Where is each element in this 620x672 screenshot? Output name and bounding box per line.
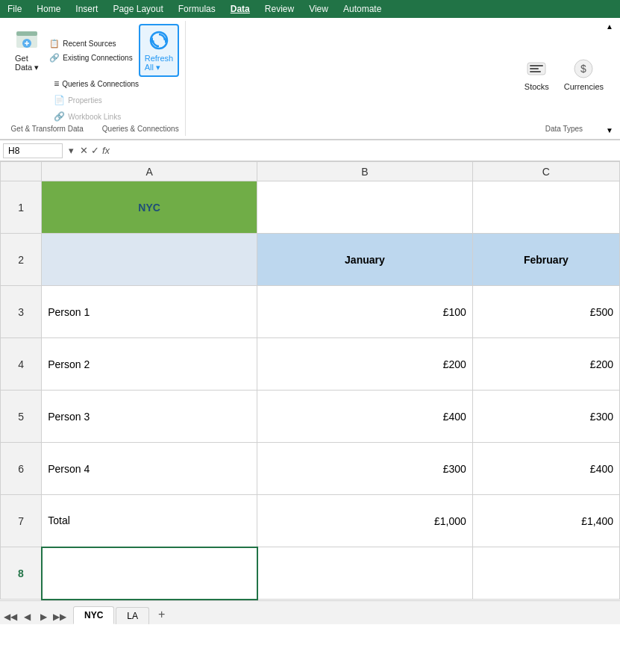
- row-header-5[interactable]: 5: [1, 391, 42, 443]
- get-data-icon: [15, 28, 39, 52]
- menu-bar: File Home Insert Page Layout Formulas Da…: [0, 0, 620, 18]
- col-header-c[interactable]: C: [472, 162, 619, 181]
- menu-formulas[interactable]: Formulas: [171, 1, 223, 16]
- stocks-button[interactable]: Stocks: [519, 54, 555, 94]
- stocks-label: Stocks: [525, 82, 549, 91]
- currencies-button[interactable]: $ Currencies: [558, 54, 610, 94]
- cell-b8[interactable]: [257, 547, 473, 600]
- table-row: 6 Person 4 £300 £400: [1, 443, 620, 495]
- formula-input[interactable]: [113, 146, 617, 156]
- menu-data[interactable]: Data: [223, 1, 257, 16]
- sheet-tab-nyc[interactable]: NYC: [73, 606, 114, 624]
- grid-table: A B C 1 NYC 2 January Februar: [0, 161, 620, 600]
- ribbon-scroll-down[interactable]: ▼: [606, 126, 613, 134]
- formula-confirm-icon[interactable]: ✓: [91, 145, 99, 156]
- refresh-all-button[interactable]: RefreshAll ▾: [139, 24, 180, 77]
- row-header-1[interactable]: 1: [1, 181, 42, 234]
- menu-home[interactable]: Home: [29, 1, 68, 16]
- cell-c1[interactable]: [472, 181, 619, 234]
- cell-b2[interactable]: January: [257, 234, 473, 286]
- data-types-label: Data Types: [545, 125, 583, 133]
- row-header-2[interactable]: 2: [1, 234, 42, 286]
- cell-a3[interactable]: Person 1: [42, 286, 257, 338]
- cell-b4[interactable]: £200: [257, 338, 473, 391]
- cell-b5[interactable]: £400: [257, 391, 473, 443]
- cell-a2[interactable]: [42, 234, 257, 286]
- cell-c4[interactable]: £200: [472, 338, 619, 391]
- sheet-tab-la[interactable]: LA: [116, 607, 149, 624]
- stocks-icon: [525, 57, 548, 81]
- cell-b1[interactable]: [257, 181, 473, 234]
- table-row: 2 January February: [1, 234, 620, 286]
- sheet-nav: ◀◀ ◀ ▶ ▶▶: [3, 609, 67, 624]
- get-data-label: GetData ▾: [15, 54, 39, 72]
- workbook-links-icon: 🔗: [54, 111, 65, 122]
- table-row: 4 Person 2 £200 £200: [1, 338, 620, 391]
- formula-bar: H8 ▾ ✕ ✓ fx: [0, 140, 620, 161]
- menu-file[interactable]: File: [0, 1, 29, 16]
- row-header-3[interactable]: 3: [1, 286, 42, 338]
- row-header-8[interactable]: 8: [1, 547, 42, 600]
- get-data-button[interactable]: GetData ▾: [10, 25, 43, 75]
- menu-automate[interactable]: Automate: [336, 1, 389, 16]
- menu-review[interactable]: Review: [257, 1, 301, 16]
- cell-a1[interactable]: NYC: [42, 181, 257, 234]
- properties-button: 📄 Properties: [51, 93, 142, 107]
- cell-c2[interactable]: February: [472, 234, 619, 286]
- cell-c7[interactable]: £1,400: [472, 495, 619, 547]
- svg-rect-8: [530, 68, 539, 69]
- currencies-icon: $: [572, 57, 595, 81]
- cell-a7[interactable]: Total: [42, 495, 257, 547]
- sheet-area: A B C 1 NYC 2 January Februar: [0, 161, 620, 600]
- sheet-tabs: ◀◀ ◀ ▶ ▶▶ NYC LA +: [0, 600, 620, 624]
- spreadsheet: A B C 1 NYC 2 January Februar: [0, 161, 620, 600]
- queries-connections-button[interactable]: ≡ Queries & Connections: [51, 77, 142, 90]
- sheet-nav-prev[interactable]: ◀: [19, 609, 34, 624]
- cell-c3[interactable]: £500: [472, 286, 619, 338]
- row-header-6[interactable]: 6: [1, 443, 42, 495]
- currencies-label: Currencies: [564, 82, 604, 91]
- table-row: 1 NYC: [1, 181, 620, 234]
- row-header-4[interactable]: 4: [1, 338, 42, 391]
- ribbon-scroll-up[interactable]: ▲: [606, 22, 613, 31]
- svg-rect-1: [16, 31, 37, 36]
- table-row: 3 Person 1 £100 £500: [1, 286, 620, 338]
- sheet-nav-last[interactable]: ▶▶: [52, 609, 67, 624]
- row-header-7[interactable]: 7: [1, 495, 42, 547]
- svg-rect-7: [530, 65, 543, 66]
- cell-a6[interactable]: Person 4: [42, 443, 257, 495]
- cell-c8[interactable]: [472, 547, 619, 600]
- recent-sources-button[interactable]: 📋 Recent Sources: [46, 37, 135, 50]
- properties-icon: 📄: [54, 95, 65, 105]
- existing-connections-icon: 🔗: [49, 53, 60, 63]
- cell-b7[interactable]: £1,000: [257, 495, 473, 547]
- cell-c5[interactable]: £300: [472, 391, 619, 443]
- cell-a8[interactable]: [42, 547, 257, 600]
- transform-small-btns: 📋 Recent Sources 🔗 Existing Connections: [46, 37, 135, 64]
- group-get-transform: GetData ▾ 📋 Recent Sources 🔗 Existing Co…: [4, 21, 186, 136]
- sheet-nav-first[interactable]: ◀◀: [3, 609, 18, 624]
- cell-a5[interactable]: Person 3: [42, 391, 257, 443]
- col-header-a[interactable]: A: [42, 162, 257, 181]
- menu-view[interactable]: View: [301, 1, 336, 16]
- cell-reference[interactable]: H8: [3, 143, 63, 158]
- cell-a4[interactable]: Person 2: [42, 338, 257, 391]
- menu-page-layout[interactable]: Page Layout: [105, 1, 170, 16]
- cell-b3[interactable]: £100: [257, 286, 473, 338]
- formula-cancel-icon[interactable]: ✕: [80, 145, 88, 156]
- column-header-row: A B C: [1, 162, 620, 181]
- formula-bar-expand[interactable]: ▾: [66, 145, 77, 156]
- formula-insert-icon[interactable]: fx: [102, 145, 110, 156]
- ribbon-toolbar: GetData ▾ 📋 Recent Sources 🔗 Existing Co…: [0, 18, 620, 140]
- existing-connections-button[interactable]: 🔗 Existing Connections: [46, 52, 135, 64]
- menu-insert[interactable]: Insert: [68, 1, 105, 16]
- corner-header: [1, 162, 42, 181]
- queries-icon: ≡: [54, 78, 59, 89]
- cell-c6[interactable]: £400: [472, 443, 619, 495]
- sheet-nav-next[interactable]: ▶: [36, 609, 51, 624]
- recent-sources-icon: 📋: [49, 39, 60, 49]
- cell-b6[interactable]: £300: [257, 443, 473, 495]
- col-header-b[interactable]: B: [257, 162, 473, 181]
- svg-text:$: $: [581, 63, 587, 75]
- sheet-tab-add[interactable]: +: [151, 605, 172, 624]
